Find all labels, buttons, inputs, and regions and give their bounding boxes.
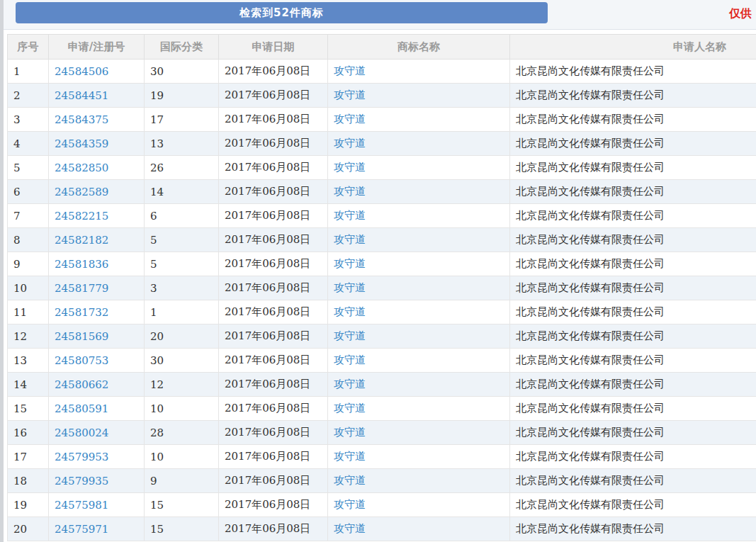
cell-mark-name: 攻守道	[328, 373, 510, 397]
cell-applicant: 北京昆尚文化传媒有限责任公司	[510, 276, 756, 300]
column-header-reg-number: 申请/注册号	[49, 35, 145, 60]
cell-intl-class: 15	[145, 517, 219, 541]
cell-date: 2017年06月08日	[219, 493, 328, 517]
cell-applicant: 北京昆尚文化传媒有限责任公司	[510, 156, 756, 180]
cell-date: 2017年06月08日	[219, 469, 328, 493]
cell-mark-name: 攻守道	[328, 204, 510, 228]
cell-reg-number: 24575981	[49, 493, 145, 517]
table-row: 2024575971152017年06月08日攻守道北京昆尚文化传媒有限责任公司	[8, 517, 756, 541]
reg-number-link[interactable]: 24584451	[55, 89, 108, 102]
cell-mark-name: 攻守道	[328, 228, 510, 252]
cell-mark-name: 攻守道	[328, 156, 510, 180]
mark-name-link[interactable]: 攻守道	[334, 402, 366, 414]
results-table-viewport: 序号 申请/注册号 国际分类 申请日期 商标名称 申请人名称 124584506…	[7, 34, 756, 541]
cell-mark-name: 攻守道	[328, 421, 510, 445]
mark-name-link[interactable]: 攻守道	[334, 281, 366, 294]
mark-name-link[interactable]: 攻守道	[334, 257, 366, 270]
cell-index: 11	[8, 300, 49, 324]
reg-number-link[interactable]: 24575971	[55, 523, 108, 536]
cell-index: 17	[8, 445, 49, 469]
table-row: 1624580024282017年06月08日攻守道北京昆尚文化传媒有限责任公司	[8, 421, 756, 445]
table-row: 1724579953102017年06月08日攻守道北京昆尚文化传媒有限责任公司	[8, 445, 756, 469]
reg-number-link[interactable]: 24584375	[55, 113, 108, 126]
cell-index: 7	[8, 204, 49, 228]
mark-name-link[interactable]: 攻守道	[334, 89, 366, 101]
reg-number-link[interactable]: 24581836	[55, 258, 108, 271]
mark-name-link[interactable]: 攻守道	[334, 209, 366, 222]
cell-date: 2017年06月08日	[219, 180, 328, 204]
mark-name-link[interactable]: 攻守道	[334, 522, 366, 535]
left-edge-strip	[0, 0, 4, 542]
mark-name-link[interactable]: 攻守道	[334, 233, 366, 246]
cell-index: 18	[8, 469, 49, 493]
cell-date: 2017年06月08日	[219, 517, 328, 541]
reg-number-link[interactable]: 24582215	[55, 210, 108, 222]
cell-applicant: 北京昆尚文化传媒有限责任公司	[510, 349, 756, 373]
cell-date: 2017年06月08日	[219, 276, 328, 300]
cell-date: 2017年06月08日	[219, 228, 328, 252]
mark-name-link[interactable]: 攻守道	[334, 474, 366, 487]
reg-number-link[interactable]: 24579953	[55, 451, 108, 463]
cell-index: 9	[8, 252, 49, 276]
reg-number-link[interactable]: 24580591	[55, 402, 108, 415]
cell-index: 10	[8, 276, 49, 300]
reg-number-link[interactable]: 24582182	[55, 234, 108, 247]
cell-intl-class: 12	[145, 373, 219, 397]
reg-number-link[interactable]: 24582589	[55, 186, 108, 198]
reg-number-link[interactable]: 24584506	[55, 65, 108, 78]
cell-mark-name: 攻守道	[328, 517, 510, 541]
cell-intl-class: 9	[145, 469, 219, 493]
table-row: 524582850262017年06月08日攻守道北京昆尚文化传媒有限责任公司	[8, 156, 756, 180]
mark-name-link[interactable]: 攻守道	[334, 185, 366, 198]
table-row: 1924575981152017年06月08日攻守道北京昆尚文化传媒有限责任公司	[8, 493, 756, 517]
mark-name-link[interactable]: 攻守道	[334, 137, 366, 149]
reg-number-link[interactable]: 24581732	[55, 306, 108, 319]
reg-number-link[interactable]: 24584359	[55, 137, 108, 150]
column-header-index: 序号	[8, 35, 49, 60]
reg-number-link[interactable]: 24582850	[55, 162, 108, 174]
cell-date: 2017年06月08日	[219, 84, 328, 108]
cell-reg-number: 24584375	[49, 108, 145, 132]
cell-date: 2017年06月08日	[219, 421, 328, 445]
mark-name-link[interactable]: 攻守道	[334, 426, 366, 439]
mark-name-link[interactable]: 攻守道	[334, 113, 366, 125]
mark-name-link[interactable]: 攻守道	[334, 378, 366, 390]
cell-reg-number: 24581732	[49, 300, 145, 324]
cell-intl-class: 3	[145, 276, 219, 300]
cell-intl-class: 14	[145, 180, 219, 204]
cell-applicant: 北京昆尚文化传媒有限责任公司	[510, 300, 756, 324]
reg-number-link[interactable]: 24575981	[55, 499, 108, 512]
cell-mark-name: 攻守道	[328, 324, 510, 349]
cell-index: 5	[8, 156, 49, 180]
mark-name-link[interactable]: 攻守道	[334, 64, 366, 77]
column-header-mark-name: 商标名称	[328, 35, 510, 60]
mark-name-link[interactable]: 攻守道	[334, 161, 366, 174]
cell-intl-class: 20	[145, 324, 219, 349]
cell-intl-class: 15	[145, 493, 219, 517]
cell-mark-name: 攻守道	[328, 84, 510, 108]
cell-index: 3	[8, 108, 49, 132]
cell-index: 13	[8, 349, 49, 373]
reg-number-link[interactable]: 24581779	[55, 282, 108, 295]
cell-applicant: 北京昆尚文化传媒有限责任公司	[510, 252, 756, 276]
reg-number-link[interactable]: 24581569	[55, 330, 108, 343]
reg-number-link[interactable]: 24580024	[55, 427, 108, 439]
result-count-banner: 检索到52件商标	[16, 2, 548, 23]
reg-number-link[interactable]: 24580753	[55, 354, 108, 367]
mark-name-link[interactable]: 攻守道	[334, 305, 366, 318]
cell-index: 6	[8, 180, 49, 204]
table-row: 102458177932017年06月08日攻守道北京昆尚文化传媒有限责任公司	[8, 276, 756, 300]
mark-name-link[interactable]: 攻守道	[334, 450, 366, 463]
mark-name-link[interactable]: 攻守道	[334, 354, 366, 366]
cell-applicant: 北京昆尚文化传媒有限责任公司	[510, 84, 756, 108]
mark-name-link[interactable]: 攻守道	[334, 329, 366, 342]
cell-mark-name: 攻守道	[328, 180, 510, 204]
mark-name-link[interactable]: 攻守道	[334, 498, 366, 511]
cell-mark-name: 攻守道	[328, 276, 510, 300]
cell-mark-name: 攻守道	[328, 493, 510, 517]
reg-number-link[interactable]: 24580662	[55, 378, 108, 391]
cell-index: 15	[8, 397, 49, 421]
cell-reg-number: 24581569	[49, 324, 145, 349]
cell-mark-name: 攻守道	[328, 108, 510, 132]
reg-number-link[interactable]: 24579935	[55, 475, 108, 487]
